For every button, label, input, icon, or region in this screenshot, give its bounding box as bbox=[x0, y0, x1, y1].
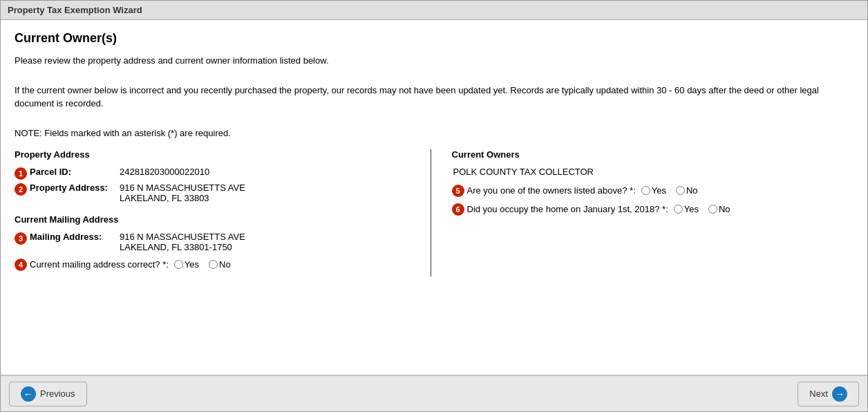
question5-text: Are you one of the owners listed above? … bbox=[467, 185, 636, 196]
mailing-address-section-title: Current Mailing Address bbox=[15, 214, 417, 225]
badge-2: 2 bbox=[15, 183, 27, 196]
intro-text-1: Please review the property address and c… bbox=[15, 54, 853, 68]
next-label: Next bbox=[809, 388, 828, 399]
address-line2: LAKELAND, FL 33803 bbox=[120, 193, 245, 203]
footer: ← Previous Next → bbox=[1, 375, 867, 411]
current-owners-section-title: Current Owners bbox=[452, 149, 854, 160]
previous-button[interactable]: ← Previous bbox=[9, 382, 87, 406]
question6-radio-group: Yes No bbox=[674, 204, 730, 214]
mailing-correct-no-radio[interactable] bbox=[209, 260, 218, 269]
mailing-line1: 916 N MASSACHUSETTS AVE bbox=[120, 232, 245, 242]
next-arrow-icon: → bbox=[832, 386, 847, 402]
owner-name: POLK COUNTY TAX COLLECTOR bbox=[453, 167, 854, 177]
parcel-label: Parcel ID: bbox=[30, 167, 120, 177]
question5-yes-radio[interactable] bbox=[641, 186, 650, 195]
parcel-value: 242818203000022010 bbox=[120, 167, 209, 177]
mailing-correct-radio-group: Yes No bbox=[174, 259, 231, 270]
badge-5: 5 bbox=[452, 185, 464, 197]
question6-no-radio[interactable] bbox=[708, 205, 717, 214]
previous-label: Previous bbox=[40, 388, 75, 399]
question6-no-text: No bbox=[719, 204, 730, 214]
property-address-value: 916 N MASSACHUSETTS AVE LAKELAND, FL 338… bbox=[120, 182, 245, 203]
question5-no-text: No bbox=[686, 185, 698, 196]
window-title: Property Tax Exemption Wizard bbox=[8, 5, 142, 15]
question6-yes-radio[interactable] bbox=[674, 205, 683, 214]
mailing-correct-no-label[interactable]: No bbox=[209, 259, 231, 270]
question5-no-label[interactable]: No bbox=[676, 185, 698, 196]
question6-yes-text: Yes bbox=[684, 204, 699, 214]
mailing-correct-row: 4 Current mailing address correct? *: Ye… bbox=[15, 258, 417, 271]
question6-text: Did you occupy the home on January 1st, … bbox=[467, 204, 668, 214]
page-title: Current Owner(s) bbox=[15, 31, 853, 46]
property-address-row: 2 Property Address: 916 N MASSACHUSETTS … bbox=[15, 182, 417, 203]
badge-4: 4 bbox=[15, 259, 27, 271]
property-address-label: Property Address: bbox=[30, 182, 120, 193]
left-column: Property Address 1 Parcel ID: 2428182030… bbox=[15, 149, 431, 277]
badge-6: 6 bbox=[452, 203, 464, 216]
question5-yes-label[interactable]: Yes bbox=[641, 185, 666, 196]
note-text: NOTE: Fields marked with an asterisk (*)… bbox=[15, 127, 853, 140]
mailing-correct-yes-label[interactable]: Yes bbox=[174, 259, 199, 270]
right-column: Current Owners POLK COUNTY TAX COLLECTOR… bbox=[431, 149, 854, 277]
question6-row: 6 Did you occupy the home on January 1st… bbox=[452, 203, 854, 216]
title-bar: Property Tax Exemption Wizard bbox=[1, 1, 867, 20]
mailing-address-label: Mailing Address: bbox=[30, 232, 120, 242]
previous-arrow-icon: ← bbox=[21, 386, 36, 402]
mailing-address-value: 916 N MASSACHUSETTS AVE LAKELAND, FL 338… bbox=[120, 232, 245, 252]
address-line1: 916 N MASSACHUSETTS AVE bbox=[120, 182, 245, 193]
question5-row: 5 Are you one of the owners listed above… bbox=[452, 184, 854, 197]
mailing-correct-yes-text: Yes bbox=[185, 259, 199, 270]
question6-yes-label[interactable]: Yes bbox=[674, 204, 699, 214]
mailing-correct-yes-radio[interactable] bbox=[174, 260, 183, 269]
next-button[interactable]: Next → bbox=[798, 382, 859, 406]
mailing-correct-no-text: No bbox=[219, 259, 231, 270]
parcel-row: 1 Parcel ID: 242818203000022010 bbox=[15, 167, 417, 180]
question5-radio-group: Yes No bbox=[641, 185, 698, 196]
question5-no-radio[interactable] bbox=[676, 186, 685, 195]
property-address-section-title: Property Address bbox=[15, 149, 417, 160]
question6-no-label[interactable]: No bbox=[708, 204, 730, 214]
question5-yes-text: Yes bbox=[652, 185, 666, 196]
mailing-address-row: 3 Mailing Address: 916 N MASSACHUSETTS A… bbox=[15, 232, 417, 252]
intro-text-2: If the current owner below is incorrect … bbox=[15, 84, 853, 111]
main-window: Property Tax Exemption Wizard Current Ow… bbox=[0, 0, 868, 412]
content-area: Current Owner(s) Please review the prope… bbox=[1, 20, 867, 375]
badge-3: 3 bbox=[15, 232, 27, 245]
badge-1: 1 bbox=[15, 167, 27, 180]
two-columns: Property Address 1 Parcel ID: 2428182030… bbox=[15, 149, 853, 277]
mailing-correct-label: Current mailing address correct? *: bbox=[30, 259, 169, 270]
mailing-line2: LAKELAND, FL 33801-1750 bbox=[120, 242, 245, 252]
